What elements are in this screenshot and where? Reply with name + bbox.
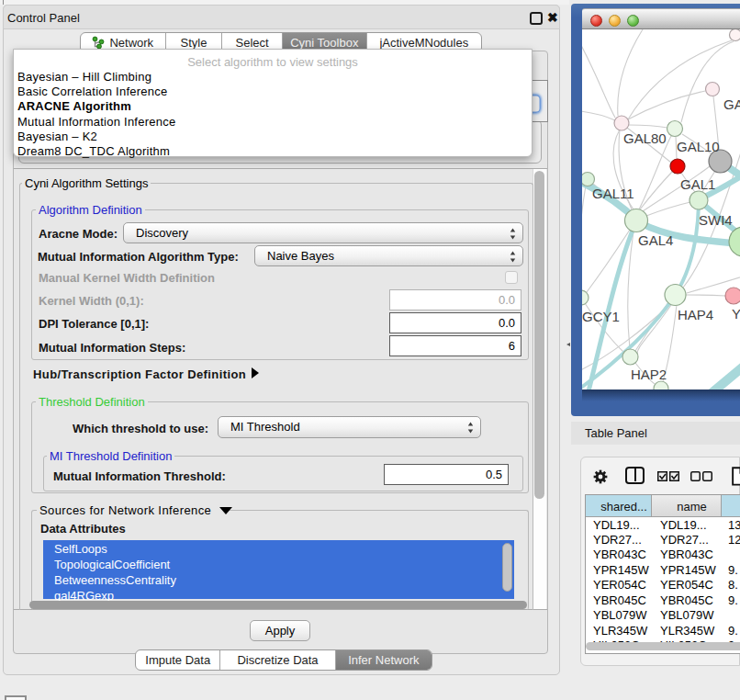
svg-text:HAP4: HAP4 bbox=[678, 307, 713, 322]
svg-text:Y: Y bbox=[732, 306, 740, 322]
svg-text:GAL80: GAL80 bbox=[623, 130, 667, 146]
svg-text:GAL10: GAL10 bbox=[677, 139, 720, 154]
svg-text:GAL11: GAL11 bbox=[592, 186, 634, 201]
svg-text:HAP2: HAP2 bbox=[631, 367, 667, 382]
svg-text:GCY1: GCY1 bbox=[582, 309, 620, 324]
svg-text:GAL1: GAL1 bbox=[680, 176, 715, 192]
svg-text:GAL4: GAL4 bbox=[638, 232, 673, 248]
svg-text:SWI4: SWI4 bbox=[699, 212, 733, 228]
svg-text:GAL8: GAL8 bbox=[723, 96, 740, 112]
